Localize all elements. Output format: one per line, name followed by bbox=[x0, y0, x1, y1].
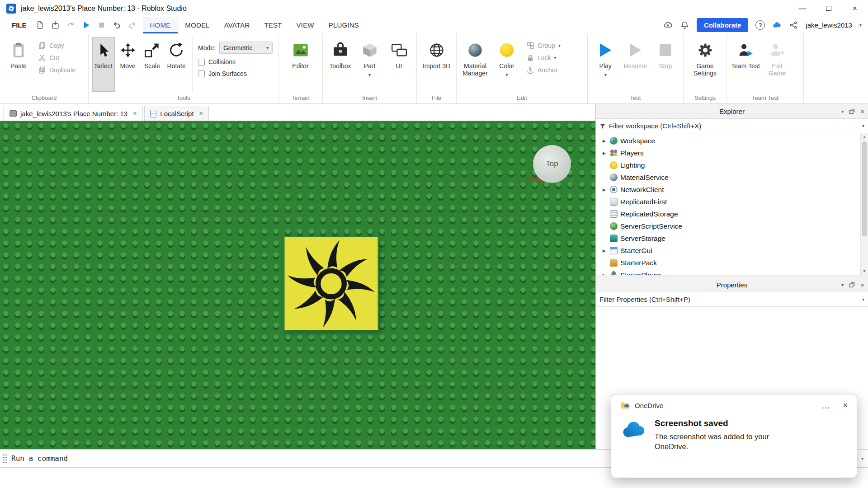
filter-caret-icon[interactable]: ▾ bbox=[862, 297, 864, 302]
float-panel-icon[interactable] bbox=[849, 108, 855, 114]
material-manager-button[interactable]: Material Manager bbox=[460, 37, 490, 92]
expand-arrow-icon[interactable]: ▶ bbox=[601, 249, 607, 253]
username[interactable]: jake_lewis2013 bbox=[806, 21, 852, 29]
team-test-button[interactable]: Team Test bbox=[731, 37, 760, 92]
color-caret-icon[interactable]: ▾ bbox=[505, 73, 508, 77]
collapse-panel-icon[interactable]: ▾ bbox=[841, 109, 844, 114]
expand-arrow-icon[interactable]: ▶ bbox=[601, 273, 607, 275]
filter-caret-icon[interactable]: ▾ bbox=[862, 124, 864, 128]
copy-button[interactable]: Copy bbox=[38, 42, 75, 50]
toast-close-icon[interactable]: × bbox=[843, 401, 848, 410]
rotate-tool-button[interactable]: Rotate bbox=[165, 37, 188, 92]
resume-button[interactable]: Resume bbox=[621, 37, 649, 92]
group-button[interactable]: Group ▾ bbox=[526, 42, 561, 50]
part-button[interactable]: Part ▾ bbox=[356, 37, 383, 92]
explorer-item-materialservice[interactable]: MaterialService bbox=[598, 171, 860, 183]
game-settings-button[interactable]: Game Settings bbox=[690, 37, 720, 92]
user-menu-caret-icon[interactable]: ▾ bbox=[859, 23, 862, 28]
toolbox-button[interactable]: Toolbox bbox=[326, 37, 354, 92]
tab-home[interactable]: HOME bbox=[143, 17, 178, 33]
notifications-bell-icon[interactable] bbox=[680, 20, 689, 30]
close-tab-icon[interactable]: × bbox=[199, 110, 203, 117]
terrain-editor-button[interactable]: Editor bbox=[286, 37, 316, 92]
help-icon[interactable]: ? bbox=[755, 20, 765, 30]
new-file-icon[interactable] bbox=[36, 21, 44, 29]
tab-view[interactable]: VIEW bbox=[289, 17, 321, 33]
explorer-scrollbar[interactable]: ▲ ▼ bbox=[860, 133, 868, 275]
cut-button[interactable]: Cut bbox=[38, 54, 75, 62]
place-document-tab[interactable]: jake_lewis2013's Place Number: 13 × bbox=[4, 106, 142, 121]
explorer-item-networkclient[interactable]: ▶ NetworkClient bbox=[598, 183, 860, 196]
play-caret-icon[interactable]: ▾ bbox=[604, 73, 607, 77]
stop-icon[interactable] bbox=[97, 21, 106, 29]
duplicate-button[interactable]: Duplicate bbox=[38, 66, 75, 74]
save-icon[interactable] bbox=[51, 21, 60, 29]
explorer-item-starterpack[interactable]: StarterPack bbox=[598, 257, 860, 269]
properties-filter-input[interactable] bbox=[599, 296, 859, 303]
expand-arrow-icon[interactable]: ▶ bbox=[601, 151, 607, 155]
cloud-sync-icon[interactable] bbox=[772, 20, 782, 30]
minimize-button[interactable]: — bbox=[789, 0, 816, 17]
import-3d-button[interactable]: Import 3D bbox=[422, 37, 452, 92]
color-button[interactable]: Color ▾ bbox=[492, 37, 522, 92]
publish-icon[interactable] bbox=[66, 21, 75, 29]
expand-arrow-icon[interactable]: ▶ bbox=[601, 188, 607, 192]
move-tool-button[interactable]: Move bbox=[117, 37, 139, 92]
play-button-large[interactable]: Play ▾ bbox=[591, 37, 619, 92]
command-bar-caret-icon[interactable]: ▾ bbox=[861, 456, 863, 461]
lock-button[interactable]: Lock ▾ bbox=[526, 54, 561, 62]
explorer-item-replicatedstorage[interactable]: ReplicatedStorage bbox=[598, 208, 860, 220]
tab-avatar[interactable]: AVATAR bbox=[217, 17, 257, 33]
scale-tool-button[interactable]: Scale bbox=[141, 37, 164, 92]
redo-icon[interactable] bbox=[128, 21, 137, 29]
explorer-item-startergui[interactable]: ▶ StarterGui bbox=[598, 244, 860, 257]
explorer-item-workspace[interactable]: ▶ Workspace bbox=[598, 135, 860, 147]
tab-test[interactable]: TEST bbox=[257, 17, 289, 33]
paste-button[interactable]: Paste bbox=[4, 37, 33, 92]
part-caret-icon[interactable]: ▾ bbox=[368, 73, 371, 77]
explorer-item-players[interactable]: ▶ Players bbox=[598, 147, 860, 159]
collaborate-button[interactable]: Collaborate bbox=[697, 18, 749, 32]
close-panel-icon[interactable]: × bbox=[860, 281, 864, 289]
close-panel-icon[interactable]: × bbox=[860, 108, 864, 115]
share-icon[interactable] bbox=[789, 20, 798, 30]
explorer-item-replicatedfirst[interactable]: ReplicatedFirst bbox=[598, 196, 860, 208]
scroll-up-icon[interactable]: ▲ bbox=[863, 133, 867, 141]
tab-model[interactable]: MODEL bbox=[178, 17, 217, 33]
publish-cloud-icon[interactable] bbox=[663, 20, 673, 30]
play-icon[interactable] bbox=[82, 21, 90, 29]
maximize-button[interactable] bbox=[816, 0, 842, 17]
explorer-item-serverstorage[interactable]: ServerStorage bbox=[598, 232, 860, 244]
stop-button[interactable]: Stop bbox=[651, 37, 679, 92]
tab-plugins[interactable]: PLUGINS bbox=[321, 17, 366, 33]
collisions-checkbox[interactable] bbox=[198, 59, 205, 66]
explorer-filter-input[interactable] bbox=[609, 122, 859, 130]
duplicate-icon bbox=[38, 66, 46, 74]
scroll-down-icon[interactable]: ▼ bbox=[863, 267, 867, 275]
float-panel-icon[interactable] bbox=[849, 282, 855, 288]
close-tab-icon[interactable]: × bbox=[133, 110, 137, 117]
explorer-item-starterplayer[interactable]: ▶ StarterPlayer bbox=[598, 269, 860, 275]
lock-caret-icon[interactable]: ▾ bbox=[554, 56, 557, 60]
join-surfaces-checkbox[interactable] bbox=[198, 70, 205, 77]
localscript-document-tab[interactable]: LocalScript × bbox=[144, 106, 208, 121]
close-button[interactable]: × bbox=[842, 0, 868, 17]
3d-viewport[interactable]: Top bbox=[0, 121, 595, 449]
mode-dropdown[interactable]: Geometric ▾ bbox=[219, 42, 273, 54]
exit-game-button[interactable]: Exit Game bbox=[762, 37, 792, 92]
select-tool-button[interactable]: Select bbox=[92, 37, 115, 92]
expand-arrow-icon[interactable]: ▶ bbox=[601, 139, 607, 143]
explorer-item-serverscriptservice[interactable]: ServerScriptService bbox=[598, 220, 860, 232]
ui-button[interactable]: UI bbox=[385, 37, 413, 92]
explorer-item-lighting[interactable]: Lighting bbox=[598, 159, 860, 171]
scrollbar-thumb[interactable] bbox=[862, 141, 867, 236]
decal-part[interactable] bbox=[283, 237, 379, 330]
undo-icon[interactable] bbox=[113, 21, 121, 29]
view-selector-cube[interactable]: Top bbox=[533, 145, 571, 183]
anchor-button[interactable]: Anchor bbox=[526, 66, 561, 74]
command-bar-grip[interactable] bbox=[3, 454, 7, 464]
group-caret-icon[interactable]: ▾ bbox=[558, 43, 561, 48]
collapse-panel-icon[interactable]: ▾ bbox=[841, 283, 844, 287]
material-manager-icon bbox=[467, 41, 483, 59]
file-menu-button[interactable]: FILE bbox=[5, 17, 33, 33]
